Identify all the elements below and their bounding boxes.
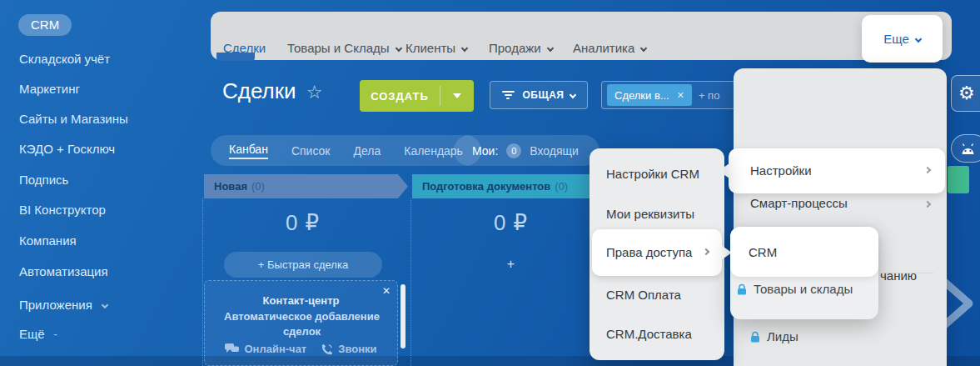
create-button-label: СОЗДАТЬ	[360, 90, 440, 103]
page-title: Сделки☆	[222, 78, 322, 104]
phone-icon	[321, 343, 333, 355]
menu-item-leads[interactable]: Лиды	[750, 329, 798, 343]
view-list[interactable]: Список	[291, 144, 331, 158]
menu-item-access-crm[interactable]: CRM	[730, 227, 878, 277]
column-scrollbar[interactable]	[400, 284, 405, 348]
sidebar-item-warehouse[interactable]: Складской учёт	[19, 52, 110, 66]
chevron-right-icon	[703, 248, 709, 255]
info-card-contact-center[interactable]: ✕ Контакт-центр Автоматическое добавлени…	[204, 280, 398, 366]
chevron-down-icon	[640, 45, 647, 52]
card-title: Контакт-центр	[205, 294, 397, 307]
tab-clients[interactable]: Клиенты	[405, 41, 467, 55]
tab-more[interactable]: Еще	[862, 15, 943, 63]
column-header-new[interactable]: Новая(0)	[204, 174, 408, 198]
sidebar-item-bi[interactable]: BI Конструктор	[19, 203, 106, 217]
tab-products[interactable]: Товары и Склады	[287, 41, 401, 55]
active-tab-indicator	[216, 53, 255, 61]
chevron-down-icon	[102, 302, 108, 308]
robot-assistant-button[interactable]	[951, 134, 980, 163]
card-subtitle: Автоматическое добавление сделок	[218, 309, 386, 339]
more-menu-panel: Интеграции Смарт-процессы Настройки УПРА…	[734, 68, 947, 366]
sidebar-item-more[interactable]: Ещё -	[19, 327, 57, 341]
chevron-down-icon	[915, 35, 922, 42]
search-placeholder: + по	[699, 89, 719, 102]
chevron-down-icon	[461, 45, 468, 52]
sidebar-item-sign[interactable]: Подпись	[19, 173, 68, 187]
chevron-right-icon	[924, 201, 931, 208]
lock-icon	[737, 283, 747, 295]
menu-item-smart-processes[interactable]: Смарт-процессы	[750, 196, 848, 210]
sidebar-item-apps[interactable]: Приложения	[19, 298, 107, 312]
chat-icon	[225, 343, 239, 354]
chevron-down-icon	[395, 45, 401, 52]
column-amount: 0 ₽	[411, 210, 610, 236]
dash-icon: -	[53, 327, 57, 341]
access-rights-submenu-panel: CRM Товары и склады	[730, 227, 878, 319]
funnel-icon	[502, 91, 515, 99]
gear-icon: ⚙	[958, 83, 975, 104]
menu-item-crm-payment[interactable]: CRM Оплата	[606, 288, 681, 302]
quick-deal-button[interactable]: + Быстрая сделка	[224, 252, 382, 278]
column-header-docs[interactable]: Подготовка документов(0)	[412, 174, 609, 198]
counter-badge[interactable]: 0	[506, 143, 521, 158]
settings-gear-button[interactable]: ⚙	[951, 75, 980, 112]
menu-item-settings[interactable]: Настройки	[729, 148, 945, 193]
tab-analytics[interactable]: Аналитика	[573, 41, 646, 55]
menu-item-access-products[interactable]: Товары и склады	[737, 282, 853, 296]
sidebar-item-sites[interactable]: Сайты и Магазины	[19, 112, 128, 126]
menu-item-crm-delivery[interactable]: CRM.Доставка	[606, 327, 692, 341]
green-action-button[interactable]	[948, 166, 969, 193]
view-switcher: Канбан Список Дела Календарь	[211, 135, 481, 166]
sidebar-item-crm[interactable]: CRM	[18, 14, 72, 36]
calls-link[interactable]: Звонки	[321, 343, 376, 355]
robot-icon	[959, 143, 977, 155]
menu-item-partial[interactable]: чанию	[880, 268, 917, 283]
filter-chip[interactable]: Сделки в... ✕	[607, 84, 692, 106]
view-activities[interactable]: Дела	[353, 144, 381, 158]
sidebar-item-kedo[interactable]: КЭДО + Госключ	[19, 142, 115, 156]
online-chat-link[interactable]: Онлайн-чат	[225, 343, 306, 355]
sidebar-item-automation[interactable]: Автоматизация	[19, 264, 108, 278]
my-label: Мои:	[472, 144, 498, 158]
tab-sales[interactable]: Продажи	[489, 41, 553, 55]
chevron-right-icon	[924, 167, 931, 173]
chevron-down-icon	[570, 92, 576, 98]
my-counters: Мои: 0 Входящи	[454, 135, 599, 166]
menu-item-access-rights[interactable]: Права доступа	[592, 229, 722, 276]
caret-down-icon	[453, 93, 461, 98]
create-dropdown-arrow[interactable]	[440, 93, 474, 98]
settings-submenu-panel: Настройки CRM Мои реквизиты Права доступ…	[589, 148, 724, 360]
close-icon[interactable]: ✕	[677, 90, 684, 101]
favorite-star-icon[interactable]: ☆	[306, 82, 323, 103]
add-deal-button[interactable]: +	[411, 257, 610, 272]
menu-item-crm-settings[interactable]: Настройки CRM	[606, 167, 699, 181]
menu-item-my-details[interactable]: Мои реквизиты	[606, 207, 694, 221]
sidebar-item-marketing[interactable]: Маркетинг	[19, 82, 80, 96]
view-kanban[interactable]: Канбан	[229, 143, 268, 159]
column-docs: 0 ₽ +	[410, 198, 610, 366]
create-button[interactable]: СОЗДАТЬ	[360, 80, 474, 112]
sidebar: CRM Складской учёт Маркетинг Сайты и Маг…	[0, 0, 200, 366]
incoming-filter[interactable]: Входящи	[530, 144, 579, 158]
lock-icon	[750, 331, 760, 343]
sidebar-item-company[interactable]: Компания	[19, 233, 77, 248]
crm-deals-page: CRM Складской учёт Маркетинг Сайты и Маг…	[0, 0, 980, 366]
filter-preset-button[interactable]: ОБЩАЯ	[490, 81, 588, 109]
column-amount: 0 ₽	[203, 210, 402, 236]
top-navbar: Сделки Товары и Склады Клиенты Продажи А…	[211, 12, 952, 60]
chevron-down-icon	[546, 45, 553, 52]
